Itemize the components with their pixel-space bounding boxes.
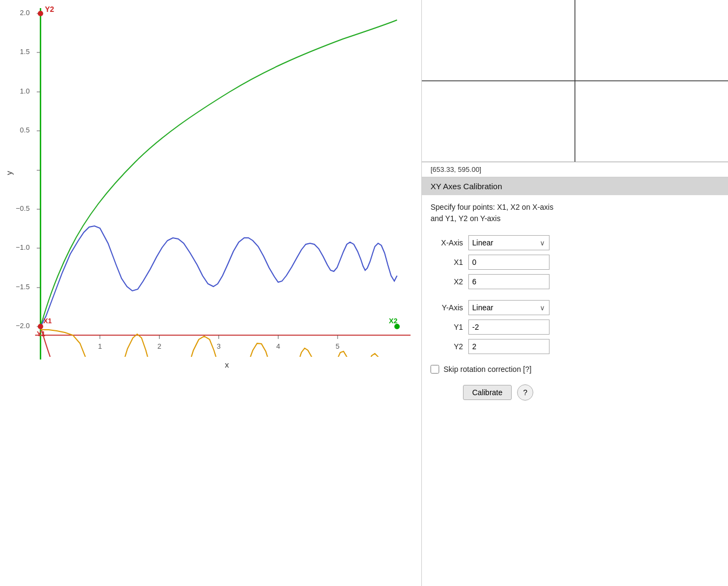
help-button[interactable]: ? [517,384,533,401]
svg-point-33 [38,11,43,16]
x2-row: X2 [431,274,719,289]
x2-label: X2 [389,317,398,325]
x-axis-type-row: X-Axis Linear Log [431,235,719,250]
coords-display: [653.33, 595.00] [422,162,728,177]
calibration-description: Specify four points: X1, X2 on X-axisand… [431,202,719,224]
button-row: Calibrate ? [431,384,719,411]
svg-rect-0 [0,0,421,586]
y2-label: Y2 [431,342,463,351]
y2-label: Y2 [45,5,54,14]
calibration-body: Specify four points: X1, X2 on X-axisand… [422,195,728,586]
y1-label: Y1 [37,330,45,338]
calibration-title: XY Axes Calibration [431,182,502,191]
skip-rotation-checkbox[interactable] [431,365,439,374]
chart-svg: 2.0 1.5 1.0 0.5 −0.5 −1.0 −1.5 −2.0 y 1 [0,0,421,586]
svg-text:1.5: 1.5 [20,48,30,56]
svg-text:−0.5: −0.5 [16,204,30,212]
y-axis-label: Y-Axis [431,303,463,312]
svg-text:2.0: 2.0 [20,9,30,17]
chart-area: 2.0 1.5 1.0 0.5 −0.5 −1.0 −1.5 −2.0 y 1 [0,0,422,586]
calibrate-button[interactable]: Calibrate [463,385,512,400]
svg-text:1.0: 1.0 [20,87,30,95]
coords-text: [653.33, 595.00] [431,165,481,174]
svg-text:y: y [4,171,14,175]
x-axis-section: X-Axis Linear Log X1 X2 [431,235,719,289]
svg-text:0.5: 0.5 [20,126,30,134]
svg-text:x: x [225,360,229,369]
x-axis-select[interactable]: Linear Log [468,235,550,250]
x2-input[interactable] [468,274,550,289]
right-panel: [653.33, 595.00] XY Axes Calibration Spe… [422,0,728,586]
y1-row: Y1 [431,319,719,335]
calibration-header: XY Axes Calibration [422,177,728,195]
cursor-area [422,0,728,162]
x1-label: X1 [43,317,52,325]
y1-label: Y1 [431,323,463,331]
svg-text:−2.0: −2.0 [16,322,30,330]
x1-input[interactable] [468,255,550,270]
cursor-svg [422,0,728,162]
y-axis-section: Y-Axis Linear Log Y1 Y2 [431,300,719,354]
calibration-panel: XY Axes Calibration Specify four points:… [422,177,728,586]
y2-row: Y2 [431,339,719,354]
y-axis-select-wrapper[interactable]: Linear Log [468,300,550,315]
x2-label: X2 [431,277,463,286]
y-axis-select[interactable]: Linear Log [468,300,550,315]
svg-text:−1.0: −1.0 [16,243,30,251]
x-axis-select-wrapper[interactable]: Linear Log [468,235,550,250]
x1-row: X1 [431,255,719,270]
skip-rotation-row: Skip rotation correction [?] [431,365,719,374]
svg-text:1: 1 [98,342,102,350]
y2-input[interactable] [468,339,550,354]
y1-input[interactable] [468,319,550,335]
skip-rotation-label: Skip rotation correction [?] [444,365,532,374]
svg-text:−1.5: −1.5 [16,283,30,291]
svg-text:2: 2 [157,342,161,350]
svg-text:3: 3 [217,342,221,350]
svg-point-34 [38,324,43,329]
y-axis-type-row: Y-Axis Linear Log [431,300,719,315]
x-axis-label: X-Axis [431,238,463,247]
svg-text:5: 5 [336,342,340,350]
x1-label: X1 [431,258,463,267]
svg-text:4: 4 [276,342,280,350]
